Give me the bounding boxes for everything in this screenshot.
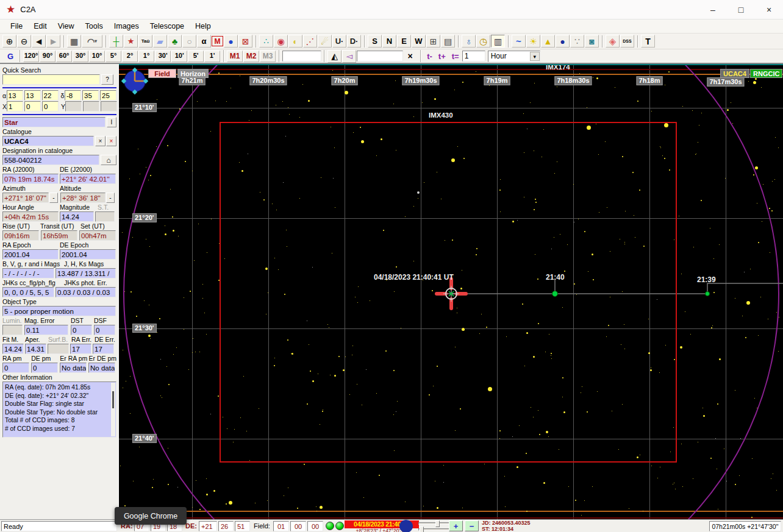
time-minus-button[interactable]: t- [424, 52, 435, 61]
time-step-input[interactable] [462, 51, 485, 62]
azimuth-spin-button[interactable]: - [49, 193, 58, 203]
quick-search-input[interactable] [2, 74, 100, 85]
fov-120-button[interactable]: 120° [23, 51, 39, 62]
grid-icon[interactable]: ▦ [67, 35, 81, 48]
altitude-spin-button[interactable]: - [106, 193, 115, 203]
ra-h-input[interactable] [7, 90, 23, 101]
fov-2-button[interactable]: 2° [122, 51, 138, 62]
ecliptic-icon[interactable]: ○ [182, 35, 196, 48]
dome-caret-icon[interactable]: ▾ [95, 39, 97, 44]
close-button[interactable]: × [755, 0, 783, 20]
minimize-button[interactable]: – [699, 0, 727, 20]
x1-input[interactable] [7, 101, 23, 112]
slew-telescope-button[interactable]: ⌂ [101, 155, 116, 165]
zoom-plus-button[interactable]: + [449, 520, 463, 531]
y3-input[interactable] [101, 101, 117, 112]
fit-view-icon[interactable]: ⊞ [426, 35, 440, 48]
clock-icon[interactable]: ◷ [476, 35, 490, 48]
dss-icon[interactable]: DSS [620, 35, 634, 48]
y2-input[interactable] [83, 101, 99, 112]
greek-alpha-icon[interactable]: α [197, 35, 211, 48]
menu-file[interactable]: File [5, 21, 28, 32]
zoom-out-icon[interactable]: ⊖ [17, 35, 31, 48]
ngc-icon[interactable]: ⊠ [238, 35, 252, 48]
object-class-field[interactable]: Star [2, 117, 105, 127]
forward-icon[interactable]: ▶ [46, 35, 60, 48]
observatory-icon[interactable]: ▲ [541, 35, 555, 48]
flip-vertical-icon[interactable]: ◅ [342, 50, 356, 63]
m1-button[interactable]: M1 [227, 51, 243, 62]
horizon-fill-icon[interactable]: ▤ [441, 35, 455, 48]
zoom-minus-button[interactable]: − [465, 520, 479, 531]
chevron-down-icon[interactable]: ▾ [530, 52, 540, 61]
sky-chart[interactable]: IMX430 IMX174 Field Horizon UCAC4 RNGCIC… [119, 64, 783, 519]
search-field-input[interactable] [357, 51, 403, 62]
back-icon[interactable]: ◀ [32, 35, 46, 48]
fov-5m-button[interactable]: 5' [188, 51, 204, 62]
fov-90-button[interactable]: 90° [40, 51, 55, 62]
flip-horizontal-icon[interactable]: ◭ [327, 50, 341, 63]
clusters-icon[interactable]: ∴ [259, 35, 273, 48]
de-m-input[interactable] [82, 90, 99, 101]
field-mode-button[interactable]: Field [148, 69, 176, 78]
menu-edit[interactable]: Edit [28, 21, 52, 32]
galaxies-icon[interactable]: ◉ [274, 35, 288, 48]
menu-telescope[interactable]: Telescope [145, 21, 190, 32]
satellites-icon[interactable]: ∵ [570, 35, 584, 48]
panel-icon[interactable]: ▥ [491, 35, 505, 48]
center-object-icon[interactable]: ┼ [109, 35, 123, 48]
fov-30m-button[interactable]: 30' [155, 51, 171, 62]
horizon-mode-button[interactable]: Horizon [177, 69, 209, 78]
de-s-input[interactable] [100, 90, 116, 101]
west-icon[interactable]: W [412, 35, 426, 48]
telescope-link-icon[interactable]: T [641, 35, 655, 48]
help-button[interactable]: ? [101, 74, 113, 85]
south-icon[interactable]: S [368, 35, 382, 48]
deepsky-icon[interactable]: ● [224, 35, 238, 48]
constellation-names-icon[interactable]: Taû [138, 35, 152, 48]
de-d-input[interactable] [65, 90, 81, 101]
sun-icon[interactable]: ☀ [526, 35, 540, 48]
catalog-badge-ucac4[interactable]: UCAC4 [720, 69, 749, 78]
fov-60-button[interactable]: 60° [56, 51, 72, 62]
ra-s-input[interactable] [42, 90, 59, 101]
other-info-box[interactable]: RA (eq. date): 07h 20m 41.85s DE (eq. da… [2, 381, 116, 438]
zoom-in-icon[interactable]: ⊕ [2, 35, 16, 48]
earth-icon[interactable]: ♁ [462, 35, 476, 48]
next-catalogue-button[interactable]: × [106, 136, 116, 146]
y1-input[interactable] [65, 101, 82, 112]
time-set-button[interactable]: t= [449, 52, 462, 61]
fov-1-button[interactable]: 1° [138, 51, 154, 62]
moon-icon[interactable]: ◐ [288, 35, 302, 48]
scrollbar[interactable] [111, 383, 115, 436]
double-stars-icon[interactable]: D· [347, 35, 361, 48]
mark-input[interactable] [282, 51, 321, 62]
asteroids-icon[interactable]: ⋰ [303, 35, 317, 48]
time-unit-select[interactable]: Hour ▾ [488, 51, 540, 62]
m2-button[interactable]: M2 [243, 51, 259, 62]
north-icon[interactable]: N [382, 35, 396, 48]
catalogue-field[interactable]: UCAC4 [2, 136, 94, 146]
fov-5-button[interactable]: 5° [105, 51, 121, 62]
fov-30-button[interactable]: 30° [73, 51, 88, 62]
camera-icon[interactable]: ◙ [585, 35, 599, 48]
east-icon[interactable]: E [397, 35, 411, 48]
menu-tools[interactable]: Tools [80, 21, 109, 32]
prev-catalogue-button[interactable]: × [95, 136, 105, 146]
maximize-button[interactable]: □ [727, 0, 755, 20]
compass-icon[interactable] [121, 67, 149, 95]
m3-button[interactable]: M3 [260, 51, 276, 62]
ra-m-input[interactable] [24, 90, 41, 101]
clear-icon[interactable]: × [403, 50, 417, 63]
dome-icon[interactable]: ◠▾ [82, 35, 102, 48]
fov-10m-button[interactable]: 10' [171, 51, 187, 62]
constellation-lines-icon[interactable]: ★ [124, 35, 138, 48]
fov-1m-button[interactable]: 1' [204, 51, 220, 62]
wave-icon[interactable]: ~ [512, 35, 526, 48]
menu-view[interactable]: View [52, 21, 80, 32]
x3-input[interactable] [42, 101, 59, 112]
menu-help[interactable]: Help [190, 21, 216, 32]
info-button[interactable]: I [107, 117, 116, 127]
comets-icon[interactable]: ☄ [318, 35, 332, 48]
fov-10-button[interactable]: 10° [89, 51, 105, 62]
